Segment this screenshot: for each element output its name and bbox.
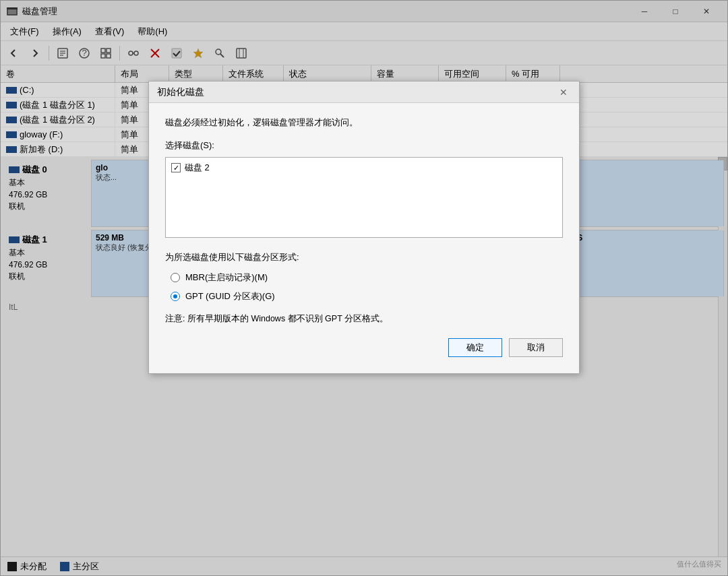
dialog-buttons: 确定 取消: [165, 338, 563, 360]
dialog-body: 磁盘必须经过初始化，逻辑磁盘管理器才能访问。 选择磁盘(S): 磁盘 2 为所选…: [149, 103, 579, 373]
dialog-close-button[interactable]: ✕: [556, 85, 571, 100]
dialog-title: 初始化磁盘: [157, 86, 204, 98]
main-window: 磁盘管理 ─ □ ✕ 文件(F) 操作(A) 查看(V) 帮助(H) ?: [0, 0, 728, 576]
disk-checkbox-0[interactable]: [171, 163, 181, 172]
initialize-disk-dialog: 初始化磁盘 ✕ 磁盘必须经过初始化，逻辑磁盘管理器才能访问。 选择磁盘(S): …: [148, 81, 580, 374]
cancel-button[interactable]: 取消: [509, 338, 563, 357]
dialog-overlay: 初始化磁盘 ✕ 磁盘必须经过初始化，逻辑磁盘管理器才能访问。 选择磁盘(S): …: [0, 0, 728, 576]
dialog-select-label: 选择磁盘(S):: [165, 139, 563, 152]
disk-list-box[interactable]: 磁盘 2: [165, 157, 563, 238]
dialog-titlebar: 初始化磁盘 ✕: [149, 82, 579, 103]
partition-format-label: 为所选磁盘使用以下磁盘分区形式:: [165, 251, 563, 263]
partition-format-options: MBR(主启动记录)(M) GPT (GUID 分区表)(G): [171, 271, 563, 302]
radio-label-mbr: MBR(主启动记录)(M): [185, 271, 268, 284]
radio-circle-gpt[interactable]: [171, 292, 180, 301]
disk-list-item-label-0: 磁盘 2: [185, 162, 210, 174]
radio-mbr[interactable]: MBR(主启动记录)(M): [171, 271, 563, 284]
dialog-note: 注意: 所有早期版本的 Windows 都不识别 GPT 分区格式。: [165, 313, 563, 325]
disk-list-item-0[interactable]: 磁盘 2: [169, 160, 559, 175]
radio-circle-mbr[interactable]: [171, 273, 180, 282]
radio-gpt[interactable]: GPT (GUID 分区表)(G): [171, 290, 563, 302]
dialog-description: 磁盘必须经过初始化，逻辑磁盘管理器才能访问。: [165, 117, 563, 129]
radio-label-gpt: GPT (GUID 分区表)(G): [185, 290, 275, 302]
ok-button[interactable]: 确定: [448, 338, 502, 357]
